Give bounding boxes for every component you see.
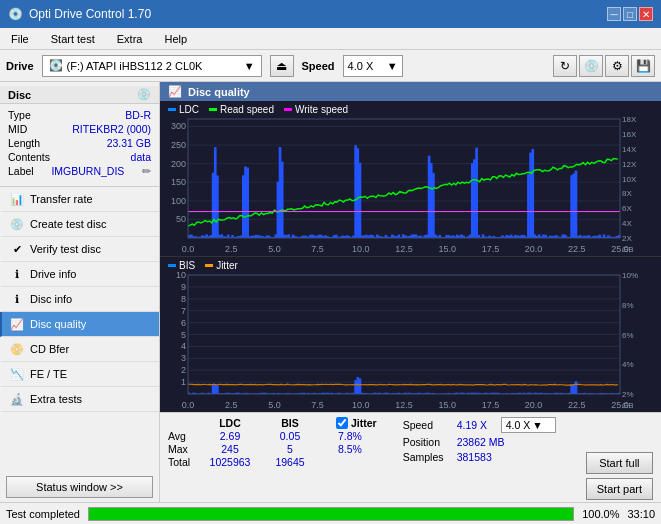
nav-cd-bfer[interactable]: 📀 CD Bfer (0, 337, 159, 362)
legend-read-speed-color (209, 108, 217, 111)
nav-transfer-rate-label: Transfer rate (30, 193, 93, 205)
stats-avg-row: Avg 2.69 0.05 (168, 430, 320, 442)
disc-info-icon: ℹ (10, 292, 24, 306)
drive-info-icon: ℹ (10, 267, 24, 281)
speed-dropdown-chevron: ▼ (532, 419, 542, 431)
content-area: 📈 Disc quality LDC Read speed (160, 82, 661, 502)
legend-write-speed: Write speed (284, 104, 348, 115)
menu-bar: File Start test Extra Help (0, 28, 661, 50)
disc-header-text: Disc (8, 89, 31, 101)
disc-header-icon: 💿 (137, 88, 151, 101)
settings-button[interactable]: ⚙ (605, 55, 629, 77)
stats-total-bis: 19645 (260, 456, 320, 468)
nav-disc-quality[interactable]: 📈 Disc quality (0, 312, 159, 337)
bis-chart: BIS Jitter (160, 257, 661, 412)
jitter-header-row: Jitter (336, 417, 377, 429)
legend-bis: BIS (168, 260, 195, 271)
fe-te-icon: 📉 (10, 367, 24, 381)
start-full-button[interactable]: Start full (586, 452, 653, 474)
stats-total-label: Total (168, 456, 200, 468)
disc-length-row: Length 23.31 GB (6, 136, 153, 150)
stats-avg-ldc: 2.69 (200, 430, 260, 442)
minimize-button[interactable]: ─ (607, 7, 621, 21)
stats-max-row: Max 245 5 (168, 443, 320, 455)
legend-jitter: Jitter (205, 260, 238, 271)
speed-dropdown-selector[interactable]: 4.0 X ▼ (501, 417, 556, 433)
cd-bfer-icon: 📀 (10, 342, 24, 356)
position-label: Position (403, 436, 453, 448)
disc-info-rows: Type BD-R MID RITEKBR2 (000) Length 23.3… (0, 104, 159, 182)
dq-header-icon: 📈 (168, 85, 182, 98)
nav-disc-info[interactable]: ℹ Disc info (0, 287, 159, 312)
create-disc-icon: 💿 (10, 217, 24, 231)
close-button[interactable]: ✕ (639, 7, 653, 21)
legend-read-speed: Read speed (209, 104, 274, 115)
nav-verify-test-disc-label: Verify test disc (30, 243, 101, 255)
stats-total-row: Total 1025963 19645 (168, 456, 320, 468)
legend-ldc-color (168, 108, 176, 111)
disc-type-value: BD-R (125, 109, 151, 121)
speed-value: 4.0 X (348, 60, 374, 72)
nav-create-test-disc-label: Create test disc (30, 218, 106, 230)
nav-drive-info-label: Drive info (30, 268, 76, 280)
menu-extra[interactable]: Extra (110, 30, 150, 48)
nav-drive-info[interactable]: ℹ Drive info (0, 262, 159, 287)
save-button[interactable]: 💾 (631, 55, 655, 77)
dq-header-title: Disc quality (188, 86, 250, 98)
stats-jitter-col: Jitter 7.8% 8.5% (336, 417, 377, 455)
app-icon: 💿 (8, 7, 23, 21)
speed-dropdown-value: 4.0 X (506, 419, 531, 431)
nav-items: 📊 Transfer rate 💿 Create test disc ✔ Ver… (0, 187, 159, 412)
drive-selector[interactable]: 💽 (F:) ATAPI iHBS112 2 CL0K ▼ (42, 55, 262, 77)
extra-tests-icon: 🔬 (10, 392, 24, 406)
legend-jitter-label: Jitter (216, 260, 238, 271)
eject-button[interactable]: ⏏ (270, 55, 294, 77)
stats-ldc-bis: LDC BIS Avg 2.69 0.05 Max 245 5 Total (168, 417, 320, 468)
disc-quality-icon: 📈 (10, 317, 24, 331)
sidebar: Disc 💿 Type BD-R MID RITEKBR2 (000) Leng… (0, 82, 160, 502)
drive-label: Drive (6, 60, 34, 72)
legend-bis-color (168, 264, 176, 267)
status-text: Test completed (6, 508, 80, 520)
nav-fe-te[interactable]: 📉 FE / TE (0, 362, 159, 387)
nav-create-test-disc[interactable]: 💿 Create test disc (0, 212, 159, 237)
stats-avg-jitter: 7.8% (336, 430, 377, 442)
samples-value: 381583 (457, 451, 492, 463)
disc-label-label: Label (8, 165, 34, 177)
stats-area: LDC BIS Avg 2.69 0.05 Max 245 5 Total (160, 412, 661, 502)
disc-contents-value: data (131, 151, 151, 163)
nav-extra-tests[interactable]: 🔬 Extra tests (0, 387, 159, 412)
legend-bis-label: BIS (179, 260, 195, 271)
disc-contents-label: Contents (8, 151, 50, 163)
legend-write-speed-color (284, 108, 292, 111)
transfer-rate-icon: 📊 (10, 192, 24, 206)
nav-extra-tests-label: Extra tests (30, 393, 82, 405)
stats-row-placeholder (168, 417, 200, 429)
nav-verify-test-disc[interactable]: ✔ Verify test disc (0, 237, 159, 262)
disc-mid-row: MID RITEKBR2 (000) (6, 122, 153, 136)
speed-row-value: 4.19 X (457, 419, 497, 431)
drive-disk-icon: 💽 (49, 59, 63, 72)
nav-disc-quality-label: Disc quality (30, 318, 86, 330)
speed-selector[interactable]: 4.0 X ▼ (343, 55, 403, 77)
status-window-button[interactable]: Status window >> (6, 476, 153, 498)
maximize-button[interactable]: □ (623, 7, 637, 21)
jitter-checkbox[interactable] (336, 417, 348, 429)
stats-avg-label: Avg (168, 430, 200, 442)
progress-percent: 100.0% (582, 508, 619, 520)
start-buttons: Start full Start part (586, 452, 653, 500)
speed-row-label: Speed (403, 419, 453, 431)
chart-legend-top: LDC Read speed Write speed (168, 104, 348, 115)
drive-bar: Drive 💽 (F:) ATAPI iHBS112 2 CL0K ▼ ⏏ Sp… (0, 50, 661, 82)
start-part-button[interactable]: Start part (586, 478, 653, 500)
menu-file[interactable]: File (4, 30, 36, 48)
disc-label-edit-icon[interactable]: ✏ (142, 165, 151, 177)
menu-start-test[interactable]: Start test (44, 30, 102, 48)
nav-transfer-rate[interactable]: 📊 Transfer rate (0, 187, 159, 212)
disc-icon-btn[interactable]: 💿 (579, 55, 603, 77)
refresh-button[interactable]: ↻ (553, 55, 577, 77)
menu-help[interactable]: Help (157, 30, 194, 48)
disc-mid-label: MID (8, 123, 27, 135)
stats-ldc-header: LDC (200, 417, 260, 429)
position-value: 23862 MB (457, 436, 505, 448)
